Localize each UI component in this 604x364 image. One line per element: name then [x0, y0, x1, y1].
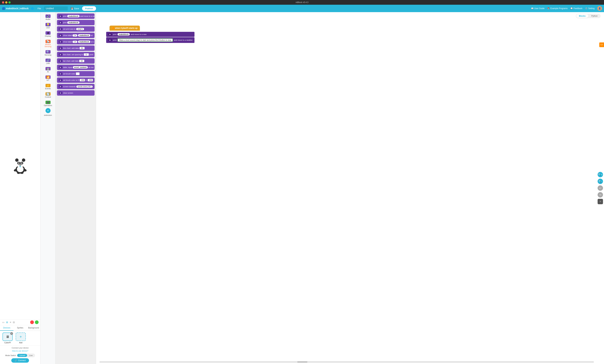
zoom-in-btn[interactable]: 🔍+: [598, 172, 603, 177]
cat-ai-label: AI: [47, 71, 49, 73]
block-print[interactable]: ▶ print makeblock: [57, 20, 95, 25]
mode-upload[interactable]: Upload: [17, 354, 27, 357]
globe-icon-button[interactable]: 🌐: [30, 7, 35, 11]
block-icon-10: ▶: [59, 73, 62, 75]
scrollbar-thumb: [297, 361, 307, 363]
block-print-move[interactable]: ▶ print makeblock and move to a ne…: [57, 13, 95, 19]
cat-motion-sensing[interactable]: 📡 Motion Sensing: [41, 39, 55, 49]
tab-background[interactable]: Background: [27, 325, 40, 331]
block-icon-7: ▶: [59, 53, 62, 56]
block-set-print-size[interactable]: ▶ set print size to small ▾: [57, 26, 95, 32]
extension-label: extension: [44, 114, 52, 116]
block-line-chart-add[interactable]: ▶ line chart, add data 50: [57, 46, 95, 51]
panda-sprite: [12, 157, 29, 175]
minimize-button[interactable]: [5, 1, 7, 3]
event-block-cyberpi-starts[interactable]: 🟧 when CyberPi starts up: [110, 25, 140, 31]
fullscreen-btn[interactable]: =: [598, 199, 603, 204]
view-controls: ▭ ⊞ ≡ ⊟: [0, 319, 40, 325]
cat-lan[interactable]: 🔗 LAN: [41, 58, 55, 65]
block-icon-13: ▶: [59, 92, 62, 94]
tab-blocks[interactable]: Blocks: [576, 14, 588, 18]
titlebar: mBlock v5.4.3: [0, 0, 604, 5]
device-item-cyberpi[interactable]: 🖥 ✕ CyberPi: [2, 332, 13, 344]
block-icon-4: ▶: [59, 34, 62, 37]
how-to-device-link[interactable]: How to use device?: [12, 350, 28, 352]
avatar[interactable]: 👤: [597, 6, 602, 11]
view-list-btn[interactable]: ≡: [9, 320, 12, 324]
cat-control[interactable]: 🔄 Control: [41, 91, 55, 99]
tab-devices[interactable]: Devices: [0, 325, 13, 331]
zoom-out-btn[interactable]: 🔍-: [598, 179, 603, 184]
cat-display[interactable]: 🖥 Display: [41, 30, 55, 38]
cat-led[interactable]: 💡 LED: [41, 22, 55, 30]
add-device-item[interactable]: + Add: [15, 332, 27, 344]
device-icon: 🖥: [6, 335, 9, 339]
code-tab-btn[interactable]: </>: [599, 42, 604, 47]
settings-link[interactable]: ⚙️ Setting: [585, 7, 595, 10]
block-table-input[interactable]: ▶ table, input excel_content at row: [57, 65, 95, 70]
canvas-area: Blocks Python 🟧 when CyberPi starts up ▶…: [96, 12, 604, 364]
extension-btn[interactable]: +: [46, 108, 50, 113]
block-icon-11: ▶: [59, 79, 62, 82]
file-menu[interactable]: File: [36, 7, 42, 11]
block-line-chart-spacing[interactable]: ▶ line chart, set spacing to 5 pixel: [57, 52, 95, 57]
add-device-btn[interactable]: +: [16, 332, 26, 341]
view-grid4-btn[interactable]: ⊟: [12, 320, 15, 324]
cat-motion-label: Motion Sensing: [42, 43, 54, 48]
sensing-icon: 🔍: [46, 50, 50, 54]
block-clear-screen[interactable]: ▶ clear screen: [57, 90, 95, 96]
panel-tabs: Devices Sprites Background: [0, 325, 40, 331]
code-block-print-input[interactable]: ▶ print Make a loud sound (clap) to star…: [106, 37, 194, 43]
cat-iot[interactable]: 📶 IoT: [41, 74, 55, 82]
device-close-btn[interactable]: ✕: [10, 332, 13, 335]
record-red-btn[interactable]: [30, 320, 34, 324]
save-button[interactable]: 💾 Save: [69, 7, 81, 11]
maximize-button[interactable]: [8, 1, 11, 3]
close-button[interactable]: [2, 1, 4, 3]
undo-btn[interactable]: ↩: [598, 185, 603, 191]
view-icons: ▭ ⊞ ≡ ⊟: [2, 320, 15, 324]
view-grid2-btn[interactable]: ⊞: [6, 320, 9, 324]
block-bar-chart-add[interactable]: ▶ bar chart, add data 50: [57, 58, 95, 64]
redo-btn[interactable]: ↪: [598, 192, 603, 197]
mode-live[interactable]: Live: [27, 354, 35, 357]
block-show-label-2[interactable]: ▶ show label 1 ▾ makeblock at x:: [57, 39, 95, 44]
operators-icon: ➕: [46, 101, 50, 104]
view-stage-btn[interactable]: ▭: [2, 320, 5, 324]
tab-sprites[interactable]: Sprites: [13, 325, 27, 331]
user-guide-link[interactable]: 📖 User Guide: [531, 7, 544, 10]
cat-ai[interactable]: 🤖 AI: [41, 66, 55, 74]
cat-audio[interactable]: 🔊 Audio: [41, 13, 55, 21]
add-device-label: Add: [15, 342, 27, 344]
cat-operators[interactable]: ➕ Operators: [41, 100, 55, 108]
cat-sensing[interactable]: 🔍 Sensing: [41, 49, 55, 57]
feedback-icon: 💬: [570, 7, 573, 10]
cat-events[interactable]: ⚡ Events: [41, 83, 55, 91]
device-items: 🖥 ✕ CyberPi + Add: [2, 332, 38, 344]
feedback-link[interactable]: 💬 Feedback: [570, 7, 582, 10]
block-show-label-1[interactable]: ▶ show label 1 ▾ makeblock at: [57, 33, 95, 38]
color-swatch: [76, 73, 79, 75]
block-icon-6: ▶: [59, 47, 62, 49]
device-name-label: CyberPi: [2, 342, 13, 344]
example-programs-link[interactable]: 📚 Example Programs: [547, 7, 568, 10]
connect-button[interactable]: 🔗 Connect: [11, 358, 29, 363]
canvas-scrollbar[interactable]: [100, 361, 594, 363]
publish-button[interactable]: Publish: [82, 6, 96, 11]
record-green-btn[interactable]: [35, 320, 38, 324]
code-block-print-move[interactable]: ▶ print makeblock and move to a new: [106, 32, 194, 37]
block-icon-9: ▶: [59, 66, 62, 69]
cat-control-label: Control: [45, 96, 51, 98]
brand-icon: 🟦: [2, 7, 5, 10]
block-set-brush-color[interactable]: ▶ set brush color: [57, 71, 95, 76]
block-set-brush-color-rgb[interactable]: ▶ set brush color to R 255 G 255: [57, 77, 95, 83]
tab-python[interactable]: Python: [589, 14, 600, 18]
svg-point-4: [17, 172, 20, 174]
block-screen-towards[interactable]: ▶ screen towards upside-down(-90°): [57, 84, 95, 89]
block-group-1: 🟧 when CyberPi starts up: [110, 25, 140, 31]
canvas-text-input[interactable]: Make a loud sound (clap) to start and pr…: [117, 38, 173, 42]
connect-device-text: Connect your device: [2, 347, 38, 349]
menubar: 🟦 makeblock | mBlock 🌐 File 💾 Save Publi…: [0, 5, 604, 12]
block-group-2: ▶ print makeblock and move to a new ▶ pr…: [106, 32, 194, 43]
project-name-input[interactable]: [44, 6, 68, 11]
